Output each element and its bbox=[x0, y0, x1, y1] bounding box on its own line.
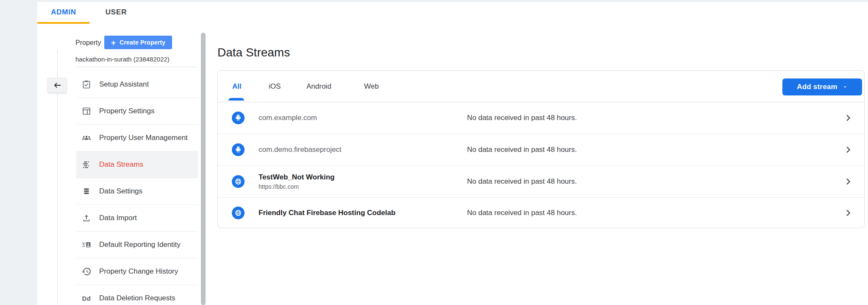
add-stream-button[interactable]: Add stream bbox=[782, 78, 862, 95]
android-icon bbox=[232, 112, 245, 124]
chevron-right-icon[interactable] bbox=[843, 113, 853, 123]
stream-row-testweb-not-working[interactable]: TestWeb_Not Working https://bbc.com No d… bbox=[218, 166, 864, 198]
divider bbox=[75, 67, 198, 67]
property-column-label: Property bbox=[75, 39, 101, 47]
active-filter-underline bbox=[228, 98, 244, 101]
stream-status: No data received in past 48 hours. bbox=[467, 177, 577, 186]
stream-info: Friendly Chat Firebase Hosting Codelab bbox=[259, 209, 395, 217]
plus-icon: + bbox=[111, 39, 116, 47]
stream-status: No data received in past 48 hours. bbox=[467, 146, 577, 154]
identity-card-icon bbox=[81, 240, 92, 250]
sidebar-item-data-import[interactable]: Data Import bbox=[76, 205, 198, 232]
database-icon bbox=[81, 186, 92, 196]
data-deletion-icon: Dd bbox=[81, 293, 92, 303]
stream-info: TestWeb_Not Working https://bbc.com bbox=[259, 173, 334, 190]
active-tab-underline bbox=[37, 22, 90, 24]
history-icon bbox=[81, 266, 92, 277]
android-icon bbox=[232, 143, 245, 156]
upload-icon bbox=[81, 213, 92, 223]
stream-row-com-example-com[interactable]: com.example.com No data received in past… bbox=[218, 102, 864, 134]
property-settings-icon bbox=[81, 106, 92, 116]
stream-info: com.demo.firebaseproject bbox=[259, 146, 342, 154]
stream-status: No data received in past 48 hours. bbox=[467, 209, 577, 217]
chevron-right-icon[interactable] bbox=[843, 176, 853, 187]
stream-name: TestWeb_Not Working bbox=[259, 173, 334, 182]
page-title: Data Streams bbox=[217, 46, 290, 59]
back-arrow-icon bbox=[53, 81, 62, 90]
left-gray-strip bbox=[0, 0, 37, 305]
sidebar-item-data-deletion-requests[interactable]: Dd Data Deletion Requests bbox=[76, 285, 198, 305]
data-streams-icon bbox=[81, 159, 92, 170]
sidebar-item-setup-assistant[interactable]: Setup Assistant bbox=[76, 71, 198, 98]
tab-user[interactable]: USER bbox=[90, 2, 142, 22]
tab-admin[interactable]: ADMIN bbox=[37, 2, 90, 22]
property-settings-menu: Setup Assistant Property Settings bbox=[76, 71, 198, 305]
web-globe-icon bbox=[232, 175, 245, 188]
sidebar-item-property-user-management[interactable]: Property User Management bbox=[76, 125, 198, 151]
users-icon bbox=[81, 133, 92, 143]
sidebar-scrollbar[interactable] bbox=[201, 33, 206, 305]
sidebar-item-property-change-history[interactable]: Property Change History bbox=[76, 258, 198, 285]
sidebar-item-property-settings[interactable]: Property Settings bbox=[76, 98, 198, 125]
stream-url: https://bbc.com bbox=[259, 183, 334, 190]
stream-name: com.demo.firebaseproject bbox=[259, 146, 342, 154]
stream-name: Friendly Chat Firebase Hosting Codelab bbox=[259, 209, 395, 217]
chevron-right-icon[interactable] bbox=[843, 208, 853, 218]
stream-status: No data received in past 48 hours. bbox=[467, 114, 577, 122]
dropdown-caret-icon bbox=[843, 84, 848, 90]
admin-user-tabbar: ADMIN USER bbox=[37, 2, 142, 22]
property-name[interactable]: hackathon-in-surath (238482022) bbox=[75, 56, 170, 63]
tab-android[interactable]: Android bbox=[306, 71, 331, 102]
sidebar-item-data-settings[interactable]: Data Settings bbox=[76, 178, 198, 205]
chevron-right-icon[interactable] bbox=[843, 145, 853, 155]
stream-info: com.example.com bbox=[259, 114, 317, 122]
stream-row-friendly-chat[interactable]: Friendly Chat Firebase Hosting Codelab N… bbox=[218, 198, 864, 228]
ga-admin-page: ADMIN USER Property + Create Property ha… bbox=[0, 0, 868, 305]
stream-name: com.example.com bbox=[259, 114, 317, 122]
web-globe-icon bbox=[232, 207, 245, 219]
setup-assistant-icon bbox=[81, 79, 92, 90]
stream-filter-tabbar: All iOS Android Web Add stream bbox=[218, 71, 864, 102]
data-streams-card: All iOS Android Web Add stream bbox=[217, 70, 865, 228]
stream-row-com-demo-firebaseproject[interactable]: com.demo.firebaseproject No data receive… bbox=[218, 134, 864, 166]
collapse-panel-button[interactable] bbox=[47, 78, 67, 93]
tab-all[interactable]: All bbox=[232, 71, 242, 102]
stream-list: com.example.com No data received in past… bbox=[218, 102, 864, 228]
tab-ios[interactable]: iOS bbox=[269, 71, 281, 102]
create-property-button[interactable]: + Create Property bbox=[104, 36, 172, 49]
sidebar-item-default-reporting-identity[interactable]: Default Reporting Identity bbox=[76, 232, 198, 258]
sidebar-item-data-streams[interactable]: Data Streams bbox=[76, 151, 198, 178]
tab-web[interactable]: Web bbox=[364, 71, 379, 102]
